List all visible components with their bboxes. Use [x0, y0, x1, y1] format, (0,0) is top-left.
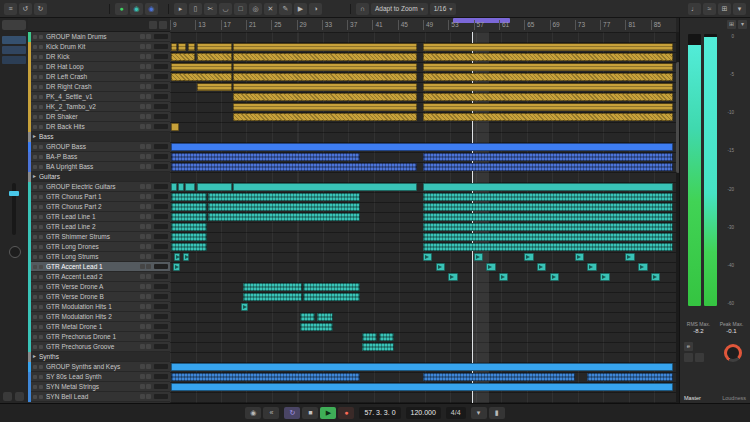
- solo-button[interactable]: [146, 234, 151, 239]
- mute-button[interactable]: [140, 94, 145, 99]
- solo-button[interactable]: [146, 244, 151, 249]
- audio-clip[interactable]: [423, 153, 673, 161]
- mute-button[interactable]: [140, 74, 145, 79]
- track-row-34[interactable]: GROUP Synths and Keys: [28, 362, 170, 372]
- solo-button[interactable]: [146, 144, 151, 149]
- track-row-32[interactable]: GTR Prechorus Groove: [28, 342, 170, 352]
- record-arm-icon[interactable]: [33, 55, 37, 59]
- range-selection-tool-icon[interactable]: ▯: [189, 3, 202, 15]
- stop-button[interactable]: ■: [302, 407, 318, 419]
- mute-button[interactable]: [140, 344, 145, 349]
- track-row-7[interactable]: PK_4_Settle_v1: [28, 92, 170, 102]
- track-row-31[interactable]: GTR Prechorus Drone 1: [28, 332, 170, 342]
- grid-type-dropdown[interactable]: Adapt to Zoom ▾: [371, 3, 428, 15]
- mute-button[interactable]: [140, 84, 145, 89]
- audio-clip[interactable]: [183, 253, 189, 261]
- track-row-11[interactable]: ▸Bass: [28, 132, 170, 142]
- track-row-37[interactable]: SYN Bell Lead: [28, 392, 170, 402]
- inserts-slot[interactable]: [2, 46, 26, 54]
- track-row-10[interactable]: DR Back Hits: [28, 122, 170, 132]
- monitor-state-icon[interactable]: ◉: [130, 3, 143, 15]
- audio-clip[interactable]: [379, 333, 394, 341]
- control-room-level-knob[interactable]: [724, 344, 742, 362]
- mute-button[interactable]: [140, 394, 145, 399]
- record-arm-icon[interactable]: [33, 295, 37, 299]
- inspector-header[interactable]: [2, 20, 26, 30]
- audio-clip[interactable]: [197, 183, 232, 191]
- audio-clip[interactable]: [303, 283, 360, 291]
- routing-slot[interactable]: [2, 36, 26, 44]
- record-arm-icon[interactable]: [33, 165, 37, 169]
- glue-tool-icon[interactable]: ◡: [219, 3, 232, 15]
- solo-button[interactable]: [146, 94, 151, 99]
- mute-button[interactable]: [140, 314, 145, 319]
- monitor-icon[interactable]: [39, 385, 43, 389]
- monitor-icon[interactable]: [39, 315, 43, 319]
- audio-clip[interactable]: [171, 53, 195, 61]
- monitor-icon[interactable]: [39, 125, 43, 129]
- track-row-24[interactable]: GTR Accent Lead 1: [28, 262, 170, 272]
- audio-clip[interactable]: [174, 253, 180, 261]
- tempo-track-icon[interactable]: ≈: [703, 3, 716, 15]
- audio-clip[interactable]: [171, 243, 206, 251]
- track-row-27[interactable]: GTR Verse Drone B: [28, 292, 170, 302]
- solo-button[interactable]: [146, 114, 151, 119]
- mute-button[interactable]: [140, 144, 145, 149]
- solo-button[interactable]: [146, 264, 151, 269]
- record-arm-icon[interactable]: [33, 345, 37, 349]
- mute-button[interactable]: [140, 284, 145, 289]
- audio-clip[interactable]: [362, 343, 394, 351]
- track-row-33[interactable]: ▸Synths: [28, 352, 170, 362]
- track-row-3[interactable]: DR Kick: [28, 52, 170, 62]
- settings-icon[interactable]: [15, 392, 24, 401]
- monitor-icon[interactable]: [39, 245, 43, 249]
- undo-icon[interactable]: ↺: [19, 3, 32, 15]
- mute-button[interactable]: [140, 234, 145, 239]
- audio-clip[interactable]: [233, 53, 416, 61]
- monitor-icon[interactable]: [39, 235, 43, 239]
- track-row-29[interactable]: GTR Modulation Hits 2: [28, 312, 170, 322]
- record-arm-icon[interactable]: [33, 45, 37, 49]
- mute-button[interactable]: [140, 254, 145, 259]
- audio-clip[interactable]: [241, 303, 248, 311]
- track-row-9[interactable]: DR Shaker: [28, 112, 170, 122]
- keyboard-icon[interactable]: [3, 392, 12, 401]
- audio-clip[interactable]: [524, 253, 533, 261]
- time-signature-display[interactable]: 4/4: [446, 407, 466, 419]
- record-arm-icon[interactable]: [33, 125, 37, 129]
- mute-button[interactable]: [140, 264, 145, 269]
- mute-button[interactable]: [140, 114, 145, 119]
- snap-icon[interactable]: ∩: [356, 3, 369, 15]
- mute-button[interactable]: [140, 364, 145, 369]
- audio-clip[interactable]: [625, 253, 634, 261]
- mute-button[interactable]: [140, 224, 145, 229]
- audio-clip[interactable]: [197, 43, 232, 51]
- audio-clip[interactable]: [171, 373, 359, 381]
- monitor-icon[interactable]: [39, 395, 43, 399]
- track-row-8[interactable]: HK_2_Tambo_v2: [28, 102, 170, 112]
- monitor-icon[interactable]: [39, 75, 43, 79]
- monitor-icon[interactable]: [39, 265, 43, 269]
- audio-clip[interactable]: [197, 83, 232, 91]
- grid-icon[interactable]: ⊞: [718, 3, 731, 15]
- monitor-icon[interactable]: [39, 375, 43, 379]
- monitor-icon[interactable]: [39, 225, 43, 229]
- record-arm-icon[interactable]: [33, 105, 37, 109]
- record-arm-icon[interactable]: [33, 305, 37, 309]
- mute-button[interactable]: [140, 274, 145, 279]
- mute-button[interactable]: [140, 104, 145, 109]
- audio-clip[interactable]: [243, 293, 302, 301]
- record-arm-icon[interactable]: [33, 275, 37, 279]
- quantize-dropdown[interactable]: 1/16 ▾: [430, 3, 457, 15]
- record-arm-icon[interactable]: [33, 335, 37, 339]
- split-tool-icon[interactable]: ✂: [204, 3, 217, 15]
- audio-clip[interactable]: [423, 243, 673, 251]
- audio-clip[interactable]: [233, 183, 416, 191]
- record-state-icon[interactable]: ◉: [145, 3, 158, 15]
- mute-button[interactable]: [140, 54, 145, 59]
- audio-clip[interactable]: [233, 43, 416, 51]
- mute-button[interactable]: [140, 194, 145, 199]
- tab-master[interactable]: Master: [684, 395, 701, 401]
- audio-clip[interactable]: [300, 323, 333, 331]
- audio-clip[interactable]: [178, 43, 186, 51]
